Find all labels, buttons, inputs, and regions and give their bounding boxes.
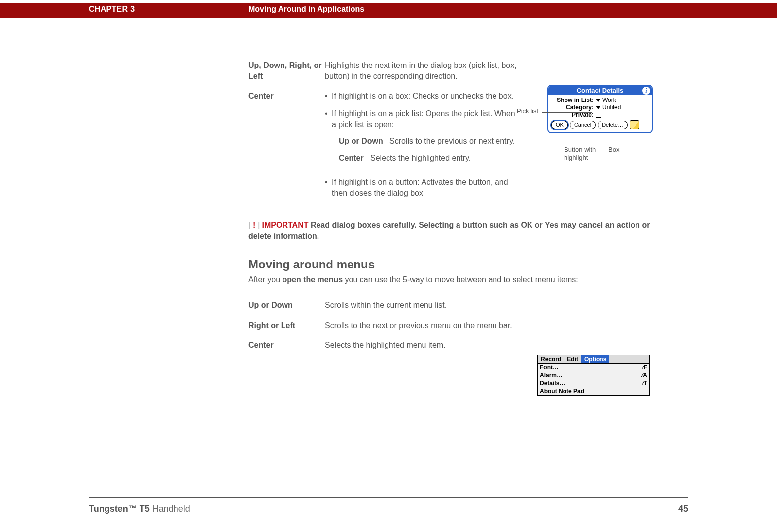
callout-label: Button with highlight [564,146,603,161]
important-label: IMPORTANT [260,221,308,229]
callout-label: Box [608,146,619,154]
menu-item-label: About Note Pad [540,387,584,395]
menu-item-label: Alarm… [540,371,563,379]
leader-line [600,145,607,145]
menu-item[interactable]: Details…⁄T [538,379,649,387]
product-name: Tungsten™ T5 Handheld [89,504,190,514]
term: Up, Down, Right, or Left [248,60,325,82]
menu-item[interactable]: Alarm…⁄A [538,371,649,379]
page-number: 45 [678,504,688,514]
term: Center [248,340,325,351]
link-open-menus[interactable]: open the menus [282,275,343,284]
bracket: [ [248,221,253,229]
bullet-text: If highlight is on a button: Activates t… [332,177,520,199]
note-icon[interactable] [630,120,639,129]
field-label: Show in List: [551,97,596,103]
menu-example: Record Edit Options Font…⁄F Alarm…⁄A Det… [537,355,650,396]
term: Right or Left [248,320,325,331]
dropdown-menu: Font…⁄F Alarm…⁄A Details…⁄T About Note P… [537,364,650,396]
definition: Highlights the next item in the dialog b… [325,60,520,82]
dialog-row: Show in List: Work [551,97,649,103]
menu-options[interactable]: Options [581,355,609,363]
definition-row: Up, Down, Right, or Left Highlights the … [248,60,682,82]
definition-row: Up or Down Scrolls within the current me… [248,300,530,311]
chapter-label: CHAPTER 3 [89,5,135,14]
definition-row: Center Selects the highlighted menu item… [248,340,530,351]
bullet-text: If highlight is on a pick list: Opens th… [332,108,520,169]
text: After you [248,275,282,284]
ok-button[interactable]: OK [551,121,568,129]
leader-line [558,137,558,145]
term: Center [248,91,325,205]
menu-item-label: Details… [540,379,565,387]
product-bold: Tungsten™ T5 [89,504,150,514]
sub-definition: Center Selects the highlighted entry. [339,153,520,164]
definition: Selects the highlighted menu item. [325,340,520,351]
text: you can use the 5-way to move between an… [343,275,578,284]
private-checkbox[interactable] [596,112,601,118]
important-text: Read dialog boxes carefully. Selecting a… [248,221,650,240]
definition: Scrolls within the current menu list. [325,300,520,311]
definition: Scrolls to the next or previous menu on … [325,320,520,331]
text: If highlight is on a pick list: Opens th… [332,109,515,129]
info-icon[interactable]: i [642,87,650,95]
leader-line [600,122,600,145]
dialog-title: Contact Details [577,87,624,94]
menu-item-shortcut: ⁄A [642,371,647,379]
bullet-icon: • [325,108,332,169]
menu-item[interactable]: About Note Pad [538,387,649,395]
field-value[interactable]: Unfiled [602,104,621,111]
sub-definition: Up or Down Scrolls to the previous or ne… [339,136,520,147]
definition: •If highlight is on a box: Checks or unc… [325,91,520,205]
sub-desc: Selects the highlighted entry. [370,154,471,162]
bracket: ] [255,221,260,229]
dropdown-icon[interactable] [596,99,600,102]
bullet-icon: • [325,177,332,199]
definition-row: Right or Left Scrolls to the next or pre… [248,320,530,331]
page-footer: Tungsten™ T5 Handheld 45 [89,504,688,514]
menu-edit[interactable]: Edit [564,355,581,363]
menubar: Record Edit Options [537,355,650,364]
menu-item-shortcut: ⁄F [643,364,647,371]
cancel-button[interactable]: Cancel [570,121,596,129]
callout-label: Pick list [517,107,538,115]
page-title: Moving Around in Applications [248,5,364,14]
page-header: CHAPTER 3 Moving Around in Applications [0,3,777,18]
bullet-text: If highlight is on a box: Checks or unch… [332,91,520,101]
section-intro: After you open the menus you can use the… [248,274,658,285]
bullet-icon: • [325,91,332,101]
leader-line [542,112,592,113]
menu-item[interactable]: Font…⁄F [538,364,649,371]
sub-desc: Scrolls to the previous or next entry. [389,137,515,145]
delete-button[interactable]: Delete… [598,121,628,129]
dialog-row: Category: Unfiled [551,104,649,111]
menu-item-label: Font… [540,364,559,371]
menu-record[interactable]: Record [538,355,564,363]
dropdown-icon[interactable] [596,106,600,109]
leader-line [558,145,568,145]
sub-term: Center [339,154,364,162]
term: Up or Down [248,300,325,311]
sub-term: Up or Down [339,137,383,145]
dialog-titlebar: Contact Details i [548,86,652,95]
field-label: Category: [551,104,596,111]
menu-item-shortcut: ⁄T [643,379,647,387]
section-heading: Moving around menus [248,258,682,271]
footer-rule [89,497,688,498]
field-value[interactable]: Work [602,97,616,103]
product-rest: Handheld [150,504,190,514]
important-note: [ ! ] IMPORTANT Read dialog boxes carefu… [248,219,658,242]
contact-details-dialog: Contact Details i Show in List: Work Cat… [547,85,653,133]
